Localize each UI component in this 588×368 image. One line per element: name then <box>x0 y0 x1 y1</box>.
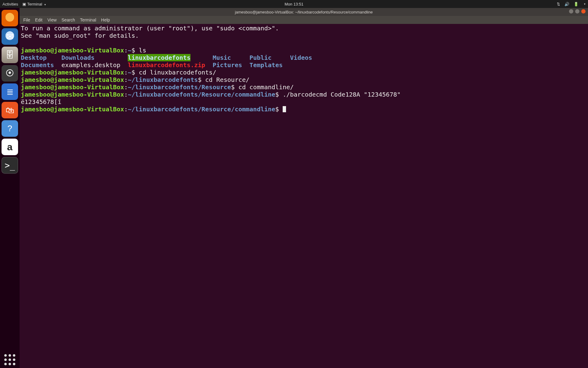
envelope-icon: ✉ <box>6 32 13 42</box>
ls-videos: Videos <box>290 54 312 61</box>
prompt-user: jamesboo@jamesboo-VirtualBox <box>21 105 124 113</box>
disk-icon: ⦿ <box>6 68 14 78</box>
document-icon: ≣ <box>6 87 13 97</box>
menu-terminal[interactable]: Terminal <box>80 17 96 22</box>
menu-file[interactable]: File <box>23 17 30 22</box>
command-cd2: cd Resource/ <box>205 76 250 83</box>
ls-linuxbarcodefonts: linuxbarcodefonts <box>128 54 190 61</box>
ls-public: Public <box>250 54 272 61</box>
menu-edit[interactable]: Edit <box>35 17 43 22</box>
chevron-down-icon: ▾ <box>44 3 46 6</box>
menu-view[interactable]: View <box>47 17 57 22</box>
help-icon: ? <box>7 124 12 133</box>
window-titlebar[interactable]: jamesboo@jamesboo-VirtualBox: ~/linuxbar… <box>20 8 588 16</box>
sudo-notice-line1: To run a command as administrator (user … <box>21 25 279 32</box>
terminal-icon: >_ <box>5 160 15 171</box>
launcher-dock: ✉ 🗄 ⦿ ≣ 🛍 ? a >_ <box>0 8 20 368</box>
show-applications-button[interactable] <box>2 351 18 368</box>
ls-zip: linuxbarcodefonts.zip <box>128 61 205 69</box>
battery-icon[interactable]: 🔋 <box>574 2 579 6</box>
amazon-icon: a <box>7 141 13 153</box>
dock-item-files[interactable]: 🗄 <box>2 47 18 63</box>
window-minimize-button[interactable] <box>569 9 573 13</box>
terminal-output[interactable]: To run a command as administrator (user … <box>20 24 588 368</box>
terminal-icon: ▣ <box>22 2 26 6</box>
prompt-user: jamesboo@jamesboo-VirtualBox <box>21 91 124 98</box>
prompt-user: jamesboo@jamesboo-VirtualBox <box>21 83 124 91</box>
command-barcodecmd: ./barcodecmd Code128A "12345678" <box>283 91 401 98</box>
dock-item-disks[interactable]: ⦿ <box>2 65 18 82</box>
prompt-path: ~ <box>128 47 131 54</box>
volume-icon[interactable]: 🔊 <box>564 2 569 6</box>
prompt-path: ~/linuxbarcodefonts/Resource <box>128 83 231 91</box>
window-title: jamesboo@jamesboo-VirtualBox: ~/linuxbar… <box>235 10 373 14</box>
dock-item-writer[interactable]: ≣ <box>2 83 18 100</box>
dock-item-help[interactable]: ? <box>2 120 18 137</box>
clock[interactable]: Mon 13:51 <box>285 2 303 6</box>
shopping-bag-icon: 🛍 <box>6 105 14 115</box>
ls-pictures: Pictures <box>213 61 242 69</box>
ls-music: Music <box>213 54 231 61</box>
prompt-path: ~/linuxbarcodefonts <box>128 76 198 83</box>
system-menu-chevron-icon[interactable]: ▾ <box>584 2 586 6</box>
menu-search[interactable]: Search <box>62 17 75 22</box>
command-cd1: cd linuxbarcodefonts/ <box>139 69 216 76</box>
command-ls: ls <box>139 47 146 54</box>
prompt-path: ~ <box>128 69 131 76</box>
prompt-user: jamesboo@jamesboo-VirtualBox <box>21 76 124 83</box>
sudo-notice-line2: See "man sudo_root" for details. <box>21 32 139 39</box>
ls-examples: examples.desktop <box>61 61 120 69</box>
window-maximize-button[interactable] <box>575 9 579 13</box>
ls-documents: Documents <box>21 61 54 69</box>
terminal-window: jamesboo@jamesboo-VirtualBox: ~/linuxbar… <box>20 8 588 368</box>
ls-downloads: Downloads <box>61 54 94 61</box>
window-close-button[interactable] <box>581 9 586 13</box>
terminal-cursor <box>283 106 286 112</box>
prompt-path: ~/linuxbarcodefonts/Resource/commandline <box>128 91 275 98</box>
activities-button[interactable]: Activities <box>2 2 18 6</box>
files-icon: 🗄 <box>6 50 14 60</box>
dock-item-thunderbird[interactable]: ✉ <box>2 28 18 45</box>
ls-desktop: Desktop <box>21 54 47 61</box>
command-cd3: cd commandline/ <box>238 83 294 91</box>
system-topbar: Activities ▣ Terminal ▾ Mon 13:51 ⇅ 🔊 🔋 … <box>0 0 588 8</box>
dock-item-firefox[interactable] <box>2 10 18 26</box>
prompt-user: jamesboo@jamesboo-VirtualBox <box>21 69 124 76</box>
network-icon[interactable]: ⇅ <box>557 2 560 6</box>
ls-templates: Templates <box>250 61 283 69</box>
appmenu-label: Terminal <box>27 2 42 6</box>
appmenu-button[interactable]: ▣ Terminal ▾ <box>22 2 46 6</box>
prompt-user: jamesboo@jamesboo-VirtualBox <box>21 47 124 54</box>
dock-item-software[interactable]: 🛍 <box>2 102 18 118</box>
barcode-output: ë12345678[î <box>21 98 61 105</box>
apps-grid-icon <box>4 354 15 365</box>
dock-item-amazon[interactable]: a <box>2 139 18 155</box>
terminal-menubar: File Edit View Search Terminal Help <box>20 16 588 24</box>
menu-help[interactable]: Help <box>101 17 110 22</box>
dock-item-terminal[interactable]: >_ <box>2 157 18 174</box>
prompt-path: ~/linuxbarcodefonts/Resource/commandline <box>128 105 275 113</box>
